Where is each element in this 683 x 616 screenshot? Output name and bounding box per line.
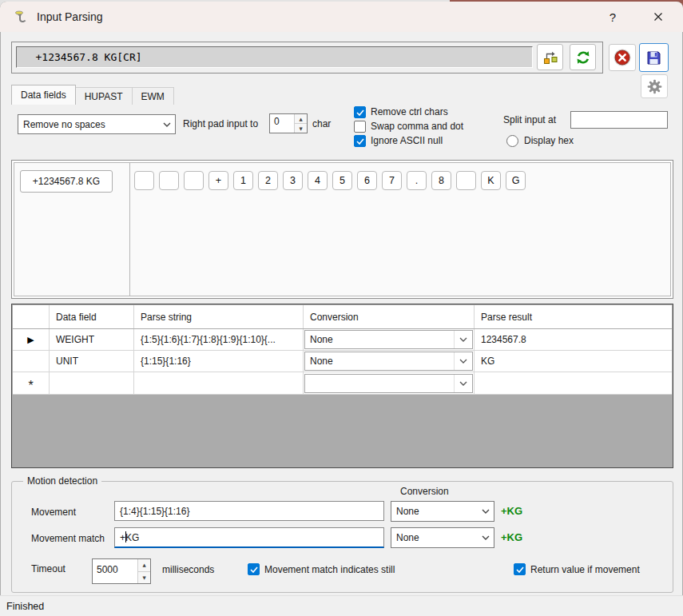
char-box[interactable]: . — [407, 171, 427, 190]
spin-up-icon[interactable]: ▲ — [295, 114, 307, 124]
return-value-if-movement-label: Return value if movement — [530, 564, 640, 575]
mapping-button[interactable] — [537, 44, 563, 70]
spin-down-icon[interactable]: ▼ — [138, 572, 150, 584]
text-caret — [125, 531, 126, 542]
cell-data-field[interactable] — [50, 372, 134, 394]
new-row-icon[interactable]: * — [28, 379, 33, 393]
char-panel: +1234567.8 KG +1234567.8KG — [11, 160, 673, 299]
movement-match-input[interactable]: +KG — [114, 527, 384, 548]
settings-button[interactable] — [641, 74, 668, 98]
movement-label: Movement — [31, 507, 76, 518]
cell-parse-result[interactable]: KG — [475, 351, 672, 372]
movement-match-result: +KG — [501, 531, 522, 543]
char-box[interactable] — [184, 171, 204, 190]
close-icon — [653, 12, 663, 22]
chevron-down-icon — [159, 122, 175, 127]
motion-detection-group: Motion detection Conversion Movement {1:… — [11, 481, 673, 593]
conversion-select[interactable] — [304, 374, 473, 393]
char-box[interactable]: 5 — [332, 171, 352, 190]
current-row-icon[interactable]: ▶ — [27, 335, 34, 345]
tab-hupast[interactable]: HUPAST — [76, 87, 133, 105]
char-box[interactable] — [456, 171, 476, 190]
tab-data-fields[interactable]: Data fields — [11, 85, 76, 105]
header-conversion[interactable]: Conversion — [304, 305, 475, 328]
row-selector: ▶ — [13, 329, 50, 350]
ignore-ascii-null-checkbox[interactable] — [354, 135, 366, 147]
char-box[interactable]: 7 — [382, 171, 402, 190]
match-indicates-still-label: Movement match indicates still — [264, 564, 395, 575]
char-box[interactable]: + — [208, 171, 228, 190]
char-box[interactable]: K — [481, 171, 501, 190]
combined-value-button[interactable]: +1234567.8 KG — [20, 170, 113, 193]
tab-ewm[interactable]: EWM — [133, 87, 174, 105]
right-pad-spinner[interactable]: 0 ▲▼ — [269, 113, 308, 133]
conversion-header-label: Conversion — [400, 486, 449, 497]
input-parsing-window: Input Parsing ? +1234567.8 KG[CR] — [0, 2, 683, 616]
display-hex-radio[interactable] — [506, 135, 518, 147]
right-pad-label: Right pad input to — [183, 118, 258, 129]
char-box[interactable]: 3 — [283, 171, 303, 190]
chevron-down-icon — [454, 331, 472, 348]
cell-conversion — [304, 372, 475, 394]
char-boxes: +1234567.8KG — [134, 171, 526, 190]
header-parse-string[interactable]: Parse string — [134, 305, 304, 328]
cell-conversion: None — [304, 351, 475, 372]
cell-data-field[interactable]: WEIGHT — [50, 329, 134, 350]
spin-up-icon[interactable]: ▲ — [138, 559, 150, 572]
table-row: UNIT {1:15}{1:16} None KG — [13, 351, 672, 372]
char-box[interactable]: G — [506, 171, 526, 190]
spin-down-icon[interactable]: ▼ — [295, 124, 307, 133]
char-box[interactable]: 8 — [431, 171, 451, 190]
char-panel-inner: +1234567.8 KG +1234567.8KG — [14, 162, 671, 296]
movement-input[interactable]: {1:4}{1:15}{1:16} — [114, 501, 384, 521]
motion-detection-title: Motion detection — [23, 475, 101, 487]
header-selector[interactable] — [13, 305, 50, 328]
table-header-row: Data field Parse string Conversion Parse… — [13, 305, 672, 329]
header-data-field[interactable]: Data field — [50, 305, 134, 328]
swap-comma-dot-label: Swap comma and dot — [371, 121, 463, 132]
app-icon — [13, 9, 29, 25]
movement-conversion-select[interactable]: None — [391, 501, 494, 522]
char-suffix-label: char — [312, 118, 331, 129]
cell-parse-result[interactable]: 1234567.8 — [475, 329, 672, 350]
parse-table-panel: Data field Parse string Conversion Parse… — [11, 304, 673, 468]
char-box[interactable] — [159, 171, 179, 190]
help-button[interactable]: ? — [598, 2, 628, 32]
space-mode-select[interactable]: Remove no spaces — [18, 114, 176, 134]
cell-data-field[interactable]: UNIT — [50, 351, 134, 372]
remove-ctrl-chars-label: Remove ctrl chars — [371, 106, 448, 117]
cell-parse-string[interactable]: {1:5}{1:6}{1:7}{1:8}{1:9}{1:10}{... — [134, 329, 304, 350]
timeout-spinner[interactable]: 5000 ▲▼ — [92, 558, 151, 584]
input-display-group: +1234567.8 KG[CR] — [11, 42, 603, 74]
swap-comma-dot-checkbox[interactable] — [354, 121, 366, 133]
char-box[interactable]: 4 — [308, 171, 328, 190]
row-selector[interactable] — [13, 351, 50, 372]
check-icon — [516, 566, 524, 573]
cell-parse-result[interactable] — [475, 372, 672, 394]
refresh-button[interactable] — [570, 44, 596, 70]
header-parse-result[interactable]: Parse result — [475, 305, 672, 328]
cell-conversion: None — [304, 329, 475, 350]
movement-match-label: Movement match — [31, 533, 105, 544]
char-box[interactable]: 1 — [233, 171, 253, 190]
cell-parse-string[interactable] — [134, 372, 304, 394]
conversion-select[interactable]: None — [304, 330, 473, 349]
return-value-if-movement-checkbox[interactable] — [514, 563, 526, 575]
movement-match-conversion-select[interactable]: None — [391, 527, 494, 548]
milliseconds-label: milliseconds — [162, 564, 214, 575]
split-input-field[interactable] — [570, 111, 668, 129]
field-mapping-icon — [542, 50, 558, 66]
chevron-down-icon — [454, 352, 472, 370]
statusbar: Finished — [0, 595, 683, 616]
save-button[interactable] — [639, 43, 669, 72]
cancel-button[interactable] — [609, 44, 636, 71]
char-box[interactable] — [134, 171, 154, 190]
cell-parse-string[interactable]: {1:15}{1:16} — [134, 351, 304, 372]
conversion-select[interactable]: None — [304, 352, 473, 371]
char-box[interactable]: 2 — [258, 171, 278, 190]
cancel-icon — [613, 48, 632, 67]
remove-ctrl-chars-checkbox[interactable] — [354, 106, 366, 118]
match-indicates-still-checkbox[interactable] — [248, 563, 260, 575]
char-box[interactable]: 6 — [357, 171, 377, 190]
close-button[interactable] — [639, 2, 677, 32]
